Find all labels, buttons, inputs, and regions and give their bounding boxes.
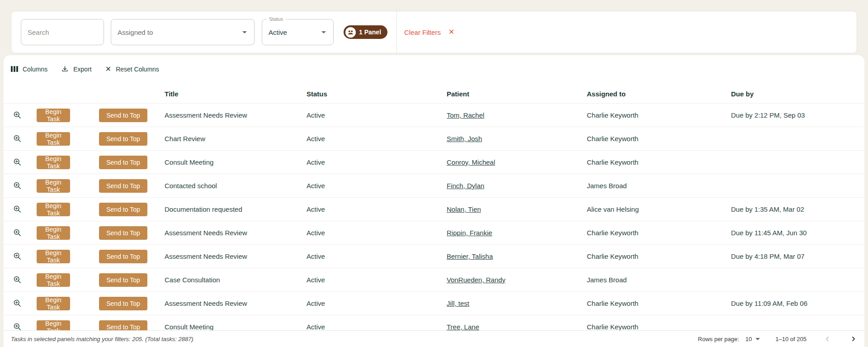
status-select-value: Active [269,29,287,36]
panels-group-icon [345,27,356,38]
header-assigned-to: Assigned to [587,90,731,98]
previous-page-button[interactable] [824,335,831,342]
task-status: Active [307,276,447,284]
send-to-top-button[interactable]: Send to Top [99,297,147,310]
table-row: Begin Task Send to Top Assessment Needs … [4,291,864,315]
columns-button[interactable]: Columns [11,66,47,73]
content-panel: Columns Export ✕ Reset Columns Title Sta… [4,55,864,347]
clear-filters-label: Clear Filters [404,29,441,36]
rows-per-page-select[interactable]: 10 [745,336,760,342]
patient-link[interactable]: Tree, Lane [447,323,479,330]
next-page-button[interactable] [850,335,857,342]
assigned-to-cell: Charlie Keyworth [587,229,731,237]
patient-link[interactable]: Nolan, Tien [447,205,481,213]
panel-count-badge[interactable]: 1 Panel [344,25,387,39]
row-actions: Begin Task Send to Top [11,273,165,287]
send-to-top-button[interactable]: Send to Top [99,226,147,240]
clear-filters-x-icon: ✕ [448,29,454,36]
patient-link[interactable]: Tom, Rachel [447,111,484,119]
begin-task-button[interactable]: Begin Task [37,109,70,122]
assigned-to-cell: Charlie Keyworth [587,252,731,260]
begin-task-button[interactable]: Begin Task [37,226,70,240]
patient-link[interactable]: Jill, test [447,299,469,307]
zoom-in-icon[interactable] [13,322,22,330]
search-input[interactable] [21,19,104,45]
reset-columns-button[interactable]: ✕ Reset Columns [105,65,159,73]
patient-link[interactable]: Rippin, Frankie [447,229,492,237]
task-title: Chart Review [165,135,307,143]
send-to-top-button[interactable]: Send to Top [99,250,147,263]
begin-task-button[interactable]: Begin Task [37,273,70,287]
task-status: Active [307,135,447,143]
zoom-in-icon[interactable] [13,110,22,120]
row-actions: Begin Task Send to Top [11,203,165,216]
send-to-top-button[interactable]: Send to Top [99,109,147,122]
zoom-in-icon[interactable] [13,299,22,308]
zoom-in-icon[interactable] [13,228,22,238]
patient-link[interactable]: Bernier, Talisha [447,252,493,260]
zoom-in-icon[interactable] [13,204,22,214]
table-row: Begin Task Send to Top Contacted school … [4,174,864,197]
due-by-cell: Due by 1:35 AM, Mar 02 [731,205,864,213]
task-title: Consult Meeting [165,323,307,330]
due-by-cell: Due by 11:09 AM, Feb 06 [731,299,864,307]
begin-task-button[interactable]: Begin Task [37,203,70,216]
pagination: Rows per page: 10 1–10 of 205 [698,335,857,342]
patient-cell: Conroy, Micheal [447,158,587,166]
row-actions: Begin Task Send to Top [11,226,165,240]
begin-task-button[interactable]: Begin Task [37,297,70,310]
clear-filters-button[interactable]: Clear Filters ✕ [404,29,454,36]
task-status: Active [307,158,447,166]
results-summary: Tasks in selected panels matching your f… [11,336,193,342]
send-to-top-button[interactable]: Send to Top [99,203,147,216]
chevron-right-icon [851,336,856,342]
status-select[interactable]: Status Active [262,19,334,45]
assigned-to-cell: Charlie Keyworth [587,158,731,166]
reset-x-icon: ✕ [105,65,111,73]
task-title: Case Consultation [165,276,307,284]
task-status: Active [307,111,447,119]
task-status: Active [307,205,447,213]
begin-task-button[interactable]: Begin Task [37,179,70,193]
send-to-top-button[interactable]: Send to Top [99,132,147,146]
table-row: Begin Task Send to Top Consult Meeting A… [4,150,864,174]
begin-task-button[interactable]: Begin Task [37,156,70,169]
chevron-down-icon [321,31,326,33]
export-button[interactable]: Export [61,65,91,73]
task-status: Active [307,182,447,190]
begin-task-button[interactable]: Begin Task [37,320,70,331]
table-row: Begin Task Send to Top Chart Review Acti… [4,127,864,150]
zoom-in-icon[interactable] [13,157,22,167]
task-status: Active [307,323,447,330]
zoom-in-icon[interactable] [13,181,22,190]
patient-cell: Tom, Rachel [447,111,587,119]
patient-link[interactable]: VonRueden, Randy [447,276,505,284]
page-range: 1–10 of 205 [775,336,807,342]
row-actions: Begin Task Send to Top [11,179,165,193]
chevron-down-icon [242,31,247,33]
send-to-top-button[interactable]: Send to Top [99,320,147,331]
send-to-top-button[interactable]: Send to Top [99,273,147,287]
assigned-to-cell: Charlie Keyworth [587,323,731,330]
begin-task-button[interactable]: Begin Task [37,132,70,146]
task-title: Contacted school [165,182,307,190]
zoom-in-icon[interactable] [13,134,22,143]
table-row: Begin Task Send to Top Assessment Needs … [4,103,864,127]
patient-link[interactable]: Conroy, Micheal [447,158,495,166]
zoom-in-icon[interactable] [13,275,22,285]
table-row: Begin Task Send to Top Documentation req… [4,197,864,221]
table-header-row: Title Status Patient Assigned to Due by [4,84,864,103]
patient-link[interactable]: Finch, Dylan [447,182,484,190]
assigned-to-cell: James Broad [587,276,731,284]
header-title: Title [165,90,307,98]
begin-task-button[interactable]: Begin Task [37,250,70,263]
assigned-to-cell: James Broad [587,182,731,190]
patient-link[interactable]: Smith, Josh [447,135,482,143]
send-to-top-button[interactable]: Send to Top [99,179,147,193]
assigned-to-select[interactable]: Assigned to [111,19,255,45]
due-by-cell: Due by 11:45 AM, Jun 30 [731,229,864,237]
zoom-in-icon[interactable] [13,252,22,261]
patient-cell: Bernier, Talisha [447,252,587,260]
send-to-top-button[interactable]: Send to Top [99,156,147,169]
due-by-cell: Due by 4:18 PM, Mar 07 [731,252,864,260]
